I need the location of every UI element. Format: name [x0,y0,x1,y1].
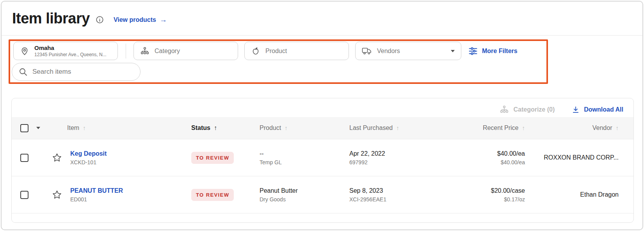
status-badge: TO REVIEW [191,189,234,201]
download-all-button[interactable]: Download All [572,106,623,114]
product-cell: -- Temp GL [260,150,349,165]
sort-arrow-icon: ↑ [83,124,86,131]
product-filter-label: Product [265,48,287,55]
info-icon[interactable] [95,15,104,24]
product-filter[interactable]: Product [244,42,349,60]
category-filter[interactable]: Category [133,42,238,60]
apple-icon [251,46,260,56]
column-header-product[interactable]: Product↑ [260,124,349,131]
items-card: Categorize (0) Download All Item↑ [11,98,634,223]
sort-arrow-icon: ↑ [522,124,525,131]
item-name-link[interactable]: Keg Deposit [70,150,191,157]
item-code: ED001 [70,196,191,203]
vendors-filter[interactable]: Vendors [355,42,461,60]
status-badge: TO REVIEW [191,152,234,164]
row-checkbox[interactable] [20,191,28,199]
row-checkbox[interactable] [20,154,28,162]
sort-arrow-icon: ↑ [396,124,399,131]
more-filters-button[interactable]: More Filters [468,42,518,60]
sort-arrow-icon: ↑ [616,124,619,131]
category-filter-label: Category [155,48,180,55]
search-box[interactable] [12,63,141,81]
filter-divider [126,44,126,59]
table-row: Keg Deposit XCKD-101 TO REVIEW -- Temp G… [12,139,633,176]
categorize-button[interactable]: Categorize (0) [500,105,555,114]
sort-arrow-icon: ↑ [214,124,217,131]
sort-arrow-icon: ↑ [285,124,288,131]
map-pin-icon [20,46,29,56]
column-header-vendor[interactable]: Vendor↑ [535,124,633,131]
view-products-link[interactable]: View products → [114,16,167,24]
last-purchased-cell: Apr 22, 2022 697992 [349,150,447,165]
arrow-right-icon: → [160,16,167,24]
location-name: Omaha [34,44,107,51]
favorite-star-button[interactable] [47,189,67,200]
page-title: Item library [12,10,90,27]
table-row: PEANUT BUTTER ED001 TO REVIEW Peanut But… [12,176,633,213]
truck-icon [362,47,372,55]
categorize-label: Categorize (0) [513,106,555,113]
download-all-label: Download All [584,106,623,113]
favorite-star-button[interactable] [47,152,67,163]
more-filters-label: More Filters [482,48,518,55]
select-all-checkbox[interactable] [20,124,28,132]
column-header-last-purchased[interactable]: Last Purchased↑ [349,124,447,131]
view-products-label: View products [114,16,156,23]
sliders-icon [468,46,478,56]
recent-price-cell: $20.00/case $0.17/oz [447,187,535,203]
item-library-page: Item library View products → Omaha [1,1,643,230]
download-icon [572,106,580,114]
vendors-filter-label: Vendors [377,48,400,55]
vendor-cell: ROXXON BRAND CORP... [535,154,633,161]
chevron-down-icon [451,50,455,52]
category-tree-icon [140,46,149,56]
page-header: Item library View products → [2,2,642,36]
column-header-item[interactable]: Item↑ [67,124,191,131]
product-cell: Peanut Butter Dry Goods [260,187,349,203]
location-filter[interactable]: Omaha 12345 Punisher Ave., Queens, N... [13,42,118,60]
card-actions: Categorize (0) Download All [12,98,633,117]
column-header-recent-price[interactable]: Recent Price↑ [447,124,535,131]
search-input[interactable] [32,68,126,76]
select-menu-caret-icon[interactable] [36,127,40,129]
column-header-status[interactable]: Status↑ [191,124,260,131]
location-address: 12345 Punisher Ave., Queens, N... [34,52,107,57]
item-name-link[interactable]: PEANUT BUTTER [70,187,191,194]
search-icon [18,67,28,76]
item-code: XCKD-101 [70,159,191,165]
filter-area: Omaha 12345 Punisher Ave., Queens, N... … [2,36,642,98]
table-header: Item↑ Status↑ Product↑ Last Purchased↑ R… [12,117,633,139]
vendor-cell: Ethan Dragon [535,191,633,198]
last-purchased-cell: Sep 8, 2023 XCI-2956EAE1 [349,187,447,203]
categorize-tree-icon [500,105,509,114]
recent-price-cell: $40.00/ea $40.00/ea [447,150,535,165]
